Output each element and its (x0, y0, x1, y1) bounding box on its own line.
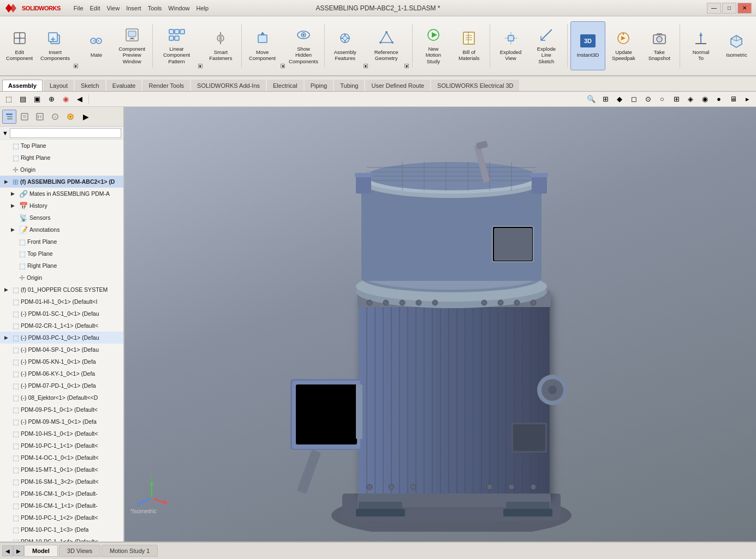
tab-tubing[interactable]: Tubing (334, 80, 364, 91)
displaymanager-icon[interactable] (63, 110, 78, 124)
tab-evaluate[interactable]: Evaluate (106, 80, 142, 91)
tree-item-pdm-06-ky[interactable]: ⬚ (-) PDM-06-KY-1_0<1> (Defa (0, 368, 123, 380)
tree-item-front-plane[interactable]: ⬚ Front Plane (0, 236, 123, 248)
tab-electrical[interactable]: Electrical (267, 80, 303, 91)
bottom-nav-prev[interactable]: ◀ (2, 545, 13, 556)
insert-components-button[interactable]: InsertComponents (38, 21, 72, 70)
viewport[interactable]: X Y Z *Isometric (124, 107, 756, 542)
menu-view[interactable]: View (106, 5, 120, 11)
tab-assembly[interactable]: Assembly (2, 80, 43, 91)
reference-geometry-button[interactable]: ReferenceGeometry (369, 21, 403, 70)
tree-item-assembly-root[interactable]: ▶ ⊞ (f) ASSEMBLING PDM-ABC2<1> (D (0, 176, 123, 188)
tree-item-pdm-01-hi[interactable]: ⬚ PDM-01-HI-1_0<1> (Default<I (0, 296, 123, 308)
take-snapshot-button[interactable]: TakeSnapshot (642, 21, 676, 70)
assembly-features-button[interactable]: AssemblyFeatures (328, 21, 362, 70)
isometric-button[interactable]: Isometric (719, 21, 754, 70)
sec-materials-btn[interactable]: ◆ (613, 93, 626, 105)
tree-item-pdm-03-pc[interactable]: ▶ ⬚ (-) PDM-03-PC-1_0<1> (Defau (0, 332, 123, 344)
menu-window[interactable]: Window (168, 5, 189, 11)
bottom-nav-next[interactable]: ▶ (13, 545, 24, 556)
tree-item-mates[interactable]: ▶ 🔗 Mates in ASSEMBLING PDM-A (0, 188, 123, 200)
close-button[interactable]: ✕ (737, 3, 752, 14)
configmanager-icon[interactable] (33, 110, 47, 124)
menu-tools[interactable]: Tools (148, 5, 162, 11)
exploded-view-button[interactable]: ExplodedView (493, 21, 528, 70)
tree-item-pdm-16-cm-1[interactable]: ⬚ PDM-16-CM-1_1<1> (Default- (0, 500, 123, 512)
tree-item-annotations[interactable]: ▶ 📝 Annotations (0, 224, 123, 236)
feature-tree[interactable]: ⬚ Top Plane ⬚ Right Plane ✛ Origin ▶ ⊞ (… (0, 140, 123, 542)
tree-item-pdm-02-cr[interactable]: ⬚ PDM-02-CR-1_1<1> (Default< (0, 320, 123, 332)
tree-item-origin-2[interactable]: ✛ Origin (0, 272, 123, 284)
tree-item-origin[interactable]: ✛ Origin (0, 164, 123, 176)
sec-camera-btn[interactable]: 🖥 (727, 93, 740, 105)
sec-appearance-btn[interactable]: ◉ (698, 93, 711, 105)
tree-item-hopper[interactable]: ▶ ⬚ (f) 01_HOPPER CLOSE SYSTEM (0, 284, 123, 296)
tree-item-pdm-10-pc-4[interactable]: ⬚ PDM-10-PC-1_1<4> (Default< (0, 536, 123, 542)
tree-item-right-plane-2[interactable]: ⬚ Right Plane (0, 260, 123, 272)
tree-item-pdm-16-cm-0[interactable]: ⬚ PDM-16-CM-1_0<1> (Default- (0, 488, 123, 500)
sec-view-selector-btn[interactable]: ⊞ (599, 93, 612, 105)
tab-sw-electrical-3d[interactable]: SOLIDWORKS Electrical 3D (431, 80, 519, 91)
tree-item-pdm-04-sp[interactable]: ⬚ (-) PDM-04-SP-1_0<1> (Defau (0, 344, 123, 356)
tree-item-pdm-09-ps[interactable]: ⬚ PDM-09-PS-1_0<1> (Default< (0, 404, 123, 416)
tree-item-pdm-10-hs[interactable]: ⬚ PDM-10-HS-1_0<1> (Default< (0, 428, 123, 440)
tree-item-sensors[interactable]: 📡 Sensors (0, 212, 123, 224)
sec-hide-show-btn[interactable]: ○ (656, 93, 669, 105)
featuretree-icon[interactable] (2, 110, 16, 124)
sec-section-view-btn[interactable]: ◻ (627, 93, 640, 105)
tree-item-pdm-07-pd[interactable]: ⬚ (-) PDM-07-PD-1_0<1> (Defa (0, 380, 123, 392)
propertymanager-icon[interactable] (17, 110, 32, 124)
sec-search-btn[interactable]: 🔍 (585, 93, 598, 105)
insert-components-dropdown[interactable]: ▼ (74, 64, 78, 68)
show-hidden-button[interactable]: ShowHiddenComponents (286, 21, 320, 70)
tree-item-pdm-10-pc-3[interactable]: ⬚ PDM-10-PC-1_1<3> (Defa (0, 524, 123, 536)
menu-edit[interactable]: Edit (90, 5, 100, 11)
sec-displaymanager-btn[interactable]: ◉ (59, 93, 72, 105)
menu-help[interactable]: Help (196, 5, 209, 11)
sec-more-btn[interactable]: ▸ (741, 93, 754, 105)
update-speedpak-button[interactable]: UpdateSpeedpak (606, 21, 641, 70)
tab-layout[interactable]: Layout (44, 80, 74, 91)
tree-item-pdm-14-oc[interactable]: ⬚ PDM-14-OC-1_0<1> (Default< (0, 452, 123, 464)
panel-nav-icon[interactable]: ▶ (79, 110, 93, 124)
tab-solidworks-addins[interactable]: SOLIDWORKS Add-Ins (191, 80, 266, 91)
tab-user-defined-route[interactable]: User Defined Route (365, 80, 430, 91)
bottom-tab-3d-views[interactable]: 3D Views (59, 545, 100, 557)
new-motion-study-button[interactable]: NewMotionStudy (416, 21, 450, 70)
dimxpert-icon[interactable]: + (48, 110, 62, 124)
normal-to-button[interactable]: NormalTo (683, 21, 718, 70)
tree-item-history[interactable]: ▶ 📅 History (0, 200, 123, 212)
reference-geometry-dropdown[interactable]: ▼ (404, 64, 409, 68)
sec-nav-prev[interactable]: ◀ (73, 93, 86, 105)
sec-view-orient-btn[interactable]: ⊙ (641, 93, 654, 105)
sec-featuretree-btn[interactable]: ⬚ (2, 93, 15, 105)
component-preview-button[interactable]: ComponentPreviewWindow (115, 21, 149, 70)
tree-item-top-plane-2[interactable]: ⬚ Top Plane (0, 248, 123, 260)
assembly-features-dropdown[interactable]: ▼ (364, 64, 368, 68)
explode-line-sketch-button[interactable]: ExplodeLineSketch (529, 21, 563, 70)
sec-scene-btn[interactable]: ◈ (684, 93, 697, 105)
linear-pattern-dropdown[interactable]: ▼ (198, 64, 203, 68)
sec-display-style-btn[interactable]: ⊞ (670, 93, 683, 105)
tree-item-pdm-05-kn[interactable]: ⬚ (-) PDM-05-KN-1_0<1> (Defa (0, 356, 123, 368)
sec-lights-btn[interactable]: ● (712, 93, 725, 105)
sec-configmanager-btn[interactable]: ▣ (31, 93, 44, 105)
bottom-tab-model[interactable]: Model (24, 545, 58, 557)
smart-fasteners-button[interactable]: SmartFasteners (204, 21, 238, 70)
tree-item-pdm-16-sm[interactable]: ⬚ PDM-16-SM-1_3<2> (Default< (0, 476, 123, 488)
linear-component-pattern-button[interactable]: LinearComponentPattern (156, 21, 197, 70)
tree-item-right-plane[interactable]: ⬚ Right Plane (0, 152, 123, 164)
tree-item-pdm-15-mt[interactable]: ⬚ PDM-15-MT-1_0<1> (Default< (0, 464, 123, 476)
move-component-button[interactable]: MoveComponent (245, 21, 279, 70)
tab-sketch[interactable]: Sketch (75, 80, 105, 91)
tab-piping[interactable]: Piping (305, 80, 334, 91)
bottom-tab-motion-study[interactable]: Motion Study 1 (102, 545, 158, 557)
tree-item-top-plane[interactable]: ⬚ Top Plane (0, 140, 123, 152)
tree-item-pdm-10-pc[interactable]: ⬚ PDM-10-PC-1_1<1> (Default< (0, 440, 123, 452)
mate-button[interactable]: Mate (79, 21, 114, 70)
filter-input[interactable] (10, 128, 121, 138)
bill-of-materials-button[interactable]: Bill ofMaterials (452, 21, 486, 70)
edit-component-button[interactable]: EditComponent (2, 21, 37, 70)
tree-item-pdm-09-ms[interactable]: ⬚ (-) PDM-09-MS-1_0<1> (Defa (0, 416, 123, 428)
tab-render-tools[interactable]: Render Tools (142, 80, 190, 91)
